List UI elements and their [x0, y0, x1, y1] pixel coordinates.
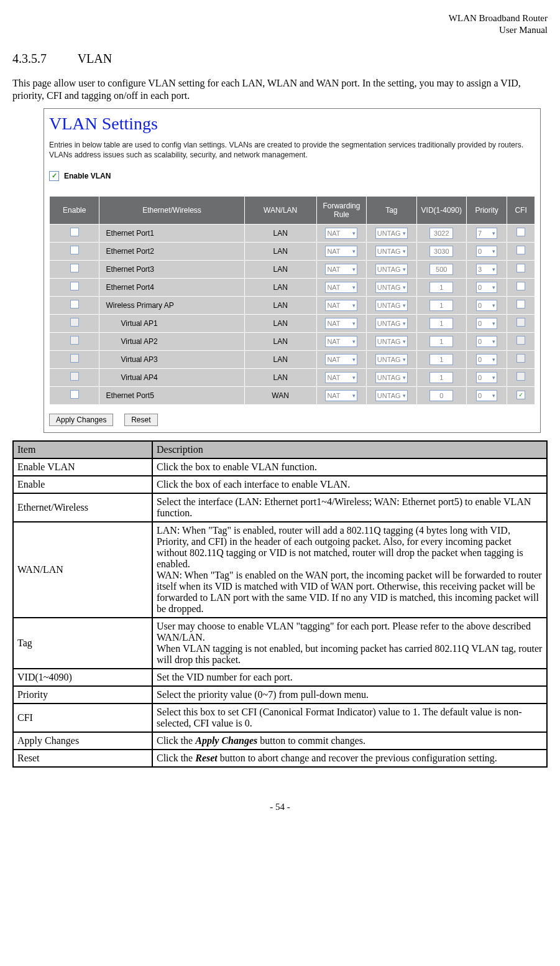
priority-select[interactable]: 7▾ — [476, 228, 497, 239]
table-row: Ethernet Port2LANNAT▾UNTAG▾30300▾ — [50, 242, 535, 260]
row-enable-checkbox[interactable] — [70, 336, 79, 345]
tag-select[interactable]: UNTAG▾ — [375, 372, 408, 383]
forwarding-rule-select[interactable]: NAT▾ — [325, 282, 357, 293]
desc-item: Ethernet/Wireless — [13, 493, 152, 522]
vid-input[interactable]: 3030 — [429, 246, 453, 257]
table-row: Ethernet Port4LANNAT▾UNTAG▾10▾ — [50, 278, 535, 296]
cfi-checkbox[interactable] — [516, 282, 525, 290]
enable-vlan-checkbox[interactable] — [49, 171, 59, 181]
vid-input[interactable]: 1 — [429, 354, 453, 365]
table-row: Apply ChangesClick the Apply Changes but… — [13, 732, 547, 750]
panel-description: Entries in below table are used to confi… — [49, 140, 535, 160]
row-enable-checkbox[interactable] — [70, 318, 79, 327]
row-interface-name: Ethernet Port4 — [99, 278, 244, 296]
forwarding-rule-select[interactable]: NAT▾ — [325, 336, 357, 347]
chevron-down-icon: ▾ — [403, 356, 406, 363]
desc-head-item: Item — [13, 441, 152, 458]
cfi-checkbox[interactable] — [516, 336, 525, 345]
chevron-down-icon: ▾ — [352, 248, 356, 254]
table-row: ResetClick the Reset button to abort cha… — [13, 750, 547, 767]
vid-input[interactable]: 1 — [429, 318, 453, 329]
row-wanlan: LAN — [244, 242, 316, 260]
tag-select[interactable]: UNTAG▾ — [375, 354, 408, 365]
row-interface-name: Wireless Primary AP — [99, 296, 244, 314]
chevron-down-icon: ▾ — [352, 392, 356, 399]
cfi-checkbox[interactable] — [516, 354, 525, 363]
row-interface-name: Virtual AP2 — [99, 332, 244, 350]
priority-select[interactable]: 3▾ — [476, 264, 497, 275]
row-enable-checkbox[interactable] — [70, 282, 79, 290]
desc-text: Click the Reset button to abort change a… — [152, 750, 547, 767]
cfi-checkbox[interactable] — [516, 246, 525, 254]
section-heading: 4.3.5.7 VLAN — [12, 52, 548, 66]
chevron-down-icon: ▾ — [492, 230, 495, 236]
tag-select[interactable]: UNTAG▾ — [375, 246, 408, 257]
cfi-checkbox[interactable] — [516, 228, 525, 236]
forwarding-rule-select[interactable]: NAT▾ — [325, 318, 357, 329]
cfi-checkbox[interactable] — [516, 391, 525, 399]
forwarding-rule-select[interactable]: NAT▾ — [325, 354, 357, 365]
tag-select[interactable]: UNTAG▾ — [375, 228, 408, 239]
tag-select[interactable]: UNTAG▾ — [375, 282, 408, 293]
apply-changes-button[interactable]: Apply Changes — [49, 414, 113, 426]
row-interface-name: Virtual AP1 — [99, 314, 244, 332]
vid-input[interactable]: 1 — [429, 336, 453, 347]
priority-select[interactable]: 0▾ — [476, 390, 497, 401]
vid-input[interactable]: 500 — [429, 264, 453, 275]
chevron-down-icon: ▾ — [352, 230, 356, 236]
forwarding-rule-select[interactable]: NAT▾ — [325, 300, 357, 311]
chevron-down-icon: ▾ — [403, 338, 406, 345]
desc-text: Select this box to set CFI (Canonical Fo… — [152, 704, 547, 732]
chevron-down-icon: ▾ — [403, 302, 406, 309]
tag-select[interactable]: UNTAG▾ — [375, 336, 408, 347]
row-enable-checkbox[interactable] — [70, 300, 79, 309]
cfi-checkbox[interactable] — [516, 300, 525, 309]
tag-select[interactable]: UNTAG▾ — [375, 390, 408, 401]
row-wanlan: WAN — [244, 386, 316, 404]
chevron-down-icon: ▾ — [352, 284, 356, 290]
row-enable-checkbox[interactable] — [70, 354, 79, 363]
vid-input[interactable]: 1 — [429, 372, 453, 383]
table-row: Ethernet Port1LANNAT▾UNTAG▾30227▾ — [50, 224, 535, 242]
row-enable-checkbox[interactable] — [70, 372, 79, 381]
row-enable-checkbox[interactable] — [70, 390, 79, 399]
priority-select[interactable]: 0▾ — [476, 246, 497, 257]
forwarding-rule-select[interactable]: NAT▾ — [325, 228, 357, 239]
priority-select[interactable]: 0▾ — [476, 282, 497, 293]
tag-select[interactable]: UNTAG▾ — [375, 300, 408, 311]
section-number: 4.3.5.7 — [12, 52, 47, 65]
forwarding-rule-select[interactable]: NAT▾ — [325, 390, 357, 401]
col-tag: Tag — [367, 196, 416, 224]
cfi-checkbox[interactable] — [516, 372, 525, 381]
row-wanlan: LAN — [244, 296, 316, 314]
row-interface-name: Ethernet Port1 — [99, 224, 244, 242]
forwarding-rule-select[interactable]: NAT▾ — [325, 246, 357, 257]
priority-select[interactable]: 0▾ — [476, 300, 497, 311]
priority-select[interactable]: 0▾ — [476, 372, 497, 383]
desc-item: VID(1~4090) — [13, 669, 152, 686]
table-row: PrioritySelect the priority value (0~7) … — [13, 686, 547, 704]
vid-input[interactable]: 0 — [429, 390, 453, 401]
tag-select[interactable]: UNTAG▾ — [375, 318, 408, 329]
desc-item: Apply Changes — [13, 732, 152, 750]
row-enable-checkbox[interactable] — [70, 228, 79, 236]
priority-select[interactable]: 0▾ — [476, 336, 497, 347]
table-row: EnableClick the box of each interface to… — [13, 476, 547, 493]
cfi-checkbox[interactable] — [516, 264, 525, 272]
cfi-checkbox[interactable] — [516, 318, 525, 327]
chevron-down-icon: ▾ — [492, 356, 495, 363]
forwarding-rule-select[interactable]: NAT▾ — [325, 372, 357, 383]
desc-item: Enable — [13, 476, 152, 493]
vid-input[interactable]: 1 — [429, 282, 453, 293]
reset-button[interactable]: Reset — [124, 414, 157, 426]
desc-item: Priority — [13, 686, 152, 704]
row-enable-checkbox[interactable] — [70, 264, 79, 272]
tag-select[interactable]: UNTAG▾ — [375, 264, 408, 275]
chevron-down-icon: ▾ — [492, 302, 495, 309]
priority-select[interactable]: 0▾ — [476, 318, 497, 329]
priority-select[interactable]: 0▾ — [476, 354, 497, 365]
vid-input[interactable]: 3022 — [429, 228, 453, 239]
forwarding-rule-select[interactable]: NAT▾ — [325, 264, 357, 275]
row-enable-checkbox[interactable] — [70, 246, 79, 254]
vid-input[interactable]: 1 — [429, 300, 453, 311]
